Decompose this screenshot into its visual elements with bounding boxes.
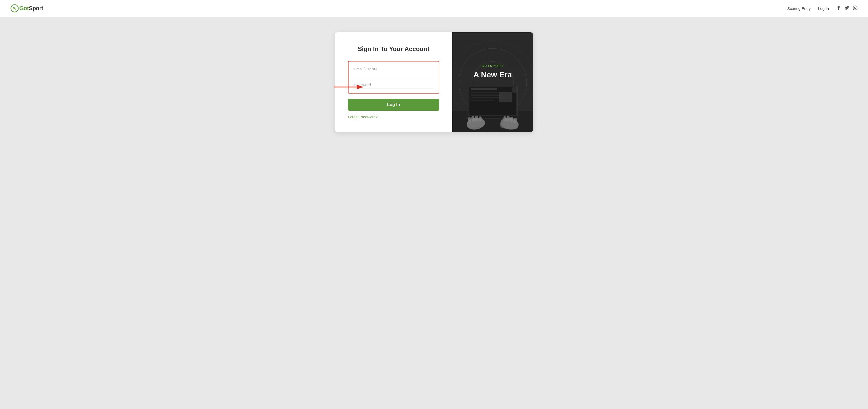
svg-rect-26	[478, 116, 482, 122]
form-area	[348, 61, 439, 94]
sign-in-title: Sign In To Your Account	[358, 45, 429, 53]
tagline: A New Era	[473, 70, 512, 79]
left-panel: Sign In To Your Account Log In Forgot Pa…	[335, 32, 452, 132]
password-input[interactable]	[354, 81, 433, 89]
login-nav-link[interactable]: Log In	[818, 6, 829, 11]
svg-rect-34	[514, 86, 516, 90]
password-field-wrapper	[354, 77, 433, 89]
brand-label: GOTSPORT	[473, 64, 512, 67]
social-icons	[836, 5, 858, 11]
scoring-entry-link[interactable]: Scoring Entry	[787, 6, 811, 11]
twitter-icon[interactable]	[844, 5, 849, 11]
facebook-icon[interactable]	[836, 5, 841, 11]
logo-text: GotSport	[19, 5, 43, 12]
logo: GotSport	[10, 4, 43, 12]
instagram-icon[interactable]	[853, 5, 858, 11]
email-field-wrapper	[354, 66, 433, 73]
svg-rect-2	[854, 6, 857, 10]
main-nav: Scoring Entry Log In	[787, 5, 858, 11]
email-input[interactable]	[354, 66, 433, 73]
header: GotSport Scoring Entry Log In	[0, 0, 868, 17]
right-panel: GOTSPORT A New Era	[452, 32, 533, 132]
svg-point-3	[855, 7, 856, 9]
main-content: Sign In To Your Account Log In Forgot Pa…	[0, 17, 868, 409]
svg-point-1	[14, 7, 15, 9]
svg-rect-29	[503, 116, 506, 122]
login-button[interactable]: Log In	[348, 99, 439, 111]
right-panel-content: GOTSPORT A New Era	[473, 64, 512, 100]
login-card: Sign In To Your Account Log In Forgot Pa…	[335, 32, 533, 132]
forgot-password-link[interactable]: Forgot Password?	[348, 115, 439, 119]
logo-icon	[10, 4, 19, 12]
svg-point-4	[856, 6, 857, 7]
